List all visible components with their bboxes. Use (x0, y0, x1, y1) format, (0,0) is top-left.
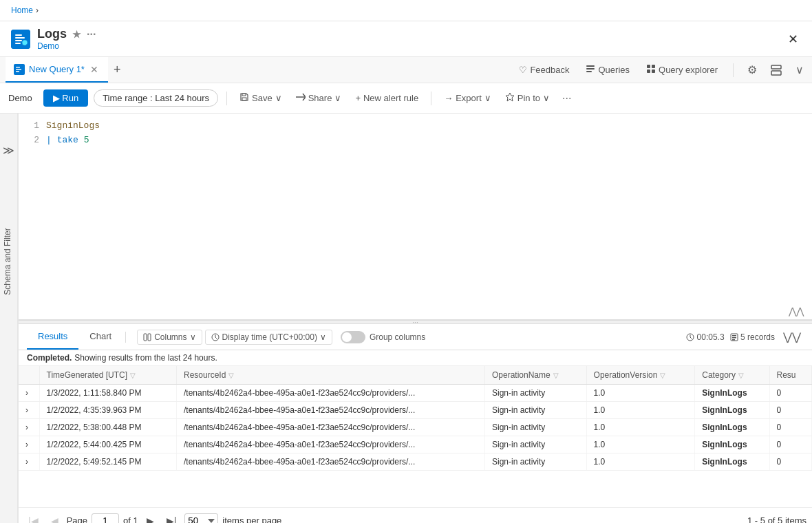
share-icon (296, 92, 306, 104)
code-editor-content[interactable]: SigninLogs | take 5 (46, 119, 812, 148)
tab-close-button[interactable]: ✕ (89, 63, 100, 76)
pin-icon (505, 92, 515, 104)
columns-chevron: ∨ (190, 332, 196, 342)
group-columns-label: Group columns (370, 332, 425, 342)
last-page-button[interactable]: ▶| (162, 514, 181, 524)
page-of-label: of 1 (123, 515, 138, 523)
col-time-generated[interactable]: TimeGenerated [UTC] ▽ (39, 366, 177, 385)
group-columns-toggle[interactable]: Group columns (341, 331, 425, 343)
row-resource-0: /tenants/4b2462a4-bbee-495a-a0e1-f23ae52… (177, 385, 485, 402)
svg-rect-1 (15, 34, 22, 36)
group-toggle-switch[interactable] (341, 331, 365, 343)
svg-rect-23 (148, 334, 151, 341)
table-row[interactable]: › 1/3/2022, 1:11:58.840 PM /tenants/4b24… (19, 385, 812, 402)
breadcrumb-home[interactable]: Home (11, 6, 33, 15)
result-tools-right: 00:05.3 5 records ⋁⋁ (686, 328, 804, 346)
close-button[interactable]: ✕ (785, 29, 801, 50)
pin-to-button[interactable]: Pin to ∨ (501, 89, 554, 107)
row-category-2: SignInLogs (695, 419, 769, 436)
tab-separator (733, 63, 734, 77)
page-input[interactable] (92, 513, 119, 523)
row-expand-2[interactable]: › (19, 419, 39, 436)
export-icon: → (444, 93, 453, 103)
table-row[interactable]: › 1/2/2022, 5:38:00.448 PM /tenants/4b24… (19, 419, 812, 436)
code-line-2: | take 5 (46, 134, 812, 148)
sidebar-expand-button[interactable]: ≫ (0, 141, 17, 160)
share-chevron: ∨ (334, 93, 341, 103)
svg-rect-8 (16, 67, 20, 68)
row-expand-3[interactable]: › (19, 436, 39, 453)
row-expand-0[interactable]: › (19, 385, 39, 402)
new-alert-rule-button[interactable]: + New alert rule (351, 90, 423, 106)
svg-rect-4 (15, 43, 21, 44)
table-row[interactable]: › 1/2/2022, 5:49:52.145 PM /tenants/4b24… (19, 453, 812, 471)
more-options-icon[interactable]: ··· (87, 28, 96, 41)
settings-button[interactable]: ⚙ (745, 61, 760, 79)
table-row[interactable]: › 1/2/2022, 4:35:39.963 PM /tenants/4b24… (19, 402, 812, 419)
col-category[interactable]: Category ▽ (695, 366, 769, 385)
svg-rect-14 (647, 65, 650, 68)
first-page-button[interactable]: |◀ (24, 514, 43, 524)
filter-icon-resource[interactable]: ▽ (228, 372, 234, 379)
favorite-icon[interactable]: ★ (72, 29, 81, 40)
row-version-3: 1.0 (586, 436, 695, 453)
save-button[interactable]: Save ∨ (235, 89, 286, 107)
columns-button[interactable]: Columns ∨ (137, 330, 202, 345)
display-time-button[interactable]: Display time (UTC+00:00) ∨ (205, 330, 332, 345)
result-tab-sep (125, 332, 126, 343)
breadcrumb: Home › (0, 0, 812, 21)
col-operation-version[interactable]: OperationVersion ▽ (586, 366, 695, 385)
feedback-button[interactable]: ♡ Feedback (515, 62, 573, 78)
new-tab-button[interactable]: + (108, 63, 127, 77)
row-operation-1: Sign-in activity (484, 402, 586, 419)
tab-right-actions: ♡ Feedback Queries Query explorer ⚙ ∨ (515, 61, 806, 79)
col-resource-id[interactable]: ResourceId ▽ (177, 366, 485, 385)
queries-button[interactable]: Queries (581, 61, 634, 78)
filter-icon-version[interactable]: ▽ (660, 372, 665, 379)
collapse-editor-button[interactable]: ⋀⋀ (789, 306, 804, 317)
tab-results[interactable]: Results (27, 324, 78, 350)
per-page-select[interactable]: 50 100 200 (184, 513, 218, 523)
svg-rect-28 (732, 337, 736, 339)
col-operation-name[interactable]: OperationName ▽ (484, 366, 586, 385)
line-numbers: 1 2 (19, 119, 46, 148)
svg-rect-22 (144, 334, 147, 341)
toolbar: Demo ▶ Run Time range : Last 24 hours Sa… (0, 83, 812, 114)
svg-rect-16 (647, 70, 650, 73)
filter-icon-time[interactable]: ▽ (130, 372, 136, 379)
expand-results-button[interactable]: ⋁⋁ (780, 328, 804, 346)
layout-button[interactable] (768, 62, 784, 78)
query-editor[interactable]: 1 2 SigninLogs | take 5 ⋀⋀ (19, 114, 812, 320)
status-bar: Completed. Showing results from the last… (19, 350, 812, 366)
toggle-knob (342, 332, 352, 342)
next-page-button[interactable]: ▶ (142, 514, 158, 524)
row-time-4: 1/2/2022, 5:49:52.145 PM (39, 453, 177, 471)
tab-chart[interactable]: Chart (78, 324, 122, 350)
filter-icon-category[interactable]: ▽ (738, 372, 744, 379)
records-display: 5 records (730, 332, 775, 342)
table-row[interactable]: › 1/2/2022, 5:44:00.425 PM /tenants/4b24… (19, 436, 812, 453)
status-detail: Showing results from the last 24 hours. (74, 353, 217, 363)
run-button[interactable]: ▶ Run (43, 89, 88, 107)
app-header: Logs ★ ··· Demo ✕ (0, 21, 812, 57)
row-expand-4[interactable]: › (19, 453, 39, 471)
row-version-4: 1.0 (586, 453, 695, 471)
row-result-3: 0 (769, 436, 812, 453)
sidebar-collapsed[interactable]: ≫ (0, 114, 18, 523)
tab-new-query-1[interactable]: New Query 1* ✕ (6, 57, 108, 83)
share-button[interactable]: Share ∨ (292, 89, 346, 107)
row-expand-1[interactable]: › (19, 402, 39, 419)
results-table-wrapper[interactable]: TimeGenerated [UTC] ▽ ResourceId ▽ (19, 366, 812, 523)
row-resource-4: /tenants/4b2462a4-bbee-495a-a0e1-f23ae52… (177, 453, 485, 471)
layout-chevron[interactable]: ∨ (793, 61, 806, 79)
col-result[interactable]: Resu (769, 366, 812, 385)
export-button[interactable]: → Export ∨ (440, 90, 495, 106)
time-range-button[interactable]: Time range : Last 24 hours (94, 89, 218, 107)
clock-icon (211, 333, 220, 341)
filter-icon-operation[interactable]: ▽ (553, 372, 559, 379)
row-category-3: SignInLogs (695, 436, 769, 453)
prev-page-button[interactable]: ◀ (47, 514, 63, 524)
query-explorer-button[interactable]: Query explorer (642, 61, 722, 78)
toolbar-more-button[interactable]: ··· (559, 89, 574, 107)
columns-icon (143, 333, 151, 341)
